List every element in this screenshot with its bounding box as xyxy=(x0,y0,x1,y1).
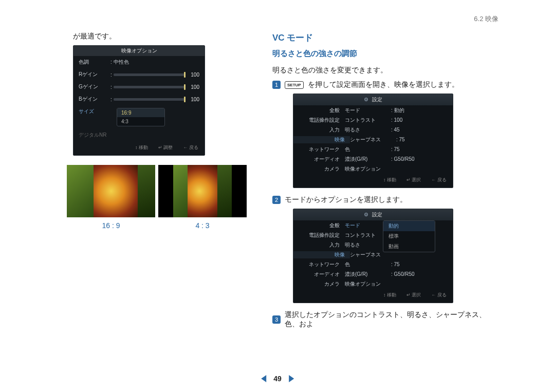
row-dnr: デジタルNR xyxy=(73,129,205,141)
row-size: サイズ 16:9 4:3 xyxy=(73,105,205,129)
side-camera[interactable]: カメラ xyxy=(299,281,345,288)
val-contrast: : 100 xyxy=(391,117,448,123)
osd-a-row-mode: 全般 モード : 動的 xyxy=(293,105,453,115)
mode-popover: 動的 標準 動画 xyxy=(383,220,435,252)
val-color: : 75 xyxy=(391,262,448,267)
mid-contrast: コントラスト xyxy=(345,117,391,124)
osd-a-row-vopt: カメラ 映像オプション xyxy=(293,164,453,174)
mode-opt-standard[interactable]: 標準 xyxy=(383,231,435,241)
slider-track xyxy=(114,86,185,88)
footer-select: ↵ 選択 xyxy=(406,292,421,298)
slider-track xyxy=(114,73,185,76)
step-2-text: モードからオプションを選択します。 xyxy=(285,195,407,204)
mid-mode: モード xyxy=(345,107,391,114)
footer-enter: ↵ 調整 xyxy=(158,144,173,151)
gear-icon: ⚙ xyxy=(364,94,368,105)
side-phone[interactable]: 電話操作設定 xyxy=(299,117,345,124)
val-sharp: : 75 xyxy=(396,137,448,142)
page-nav: 49 xyxy=(261,375,294,383)
sample-169-image xyxy=(67,165,155,217)
side-camera[interactable]: カメラ xyxy=(299,165,345,173)
setup-key-icon: SETUP xyxy=(285,81,304,89)
footer-back: ← 戻る xyxy=(431,177,447,183)
mid-sharp: シャープネス xyxy=(350,136,396,143)
right-column: VC モード 明るさと色の強さの調節 明るさと色の強さを変更できます。 1 SE… xyxy=(272,32,498,332)
osd-a-footer: ↕ 移動 ↵ 選択 ← 戻る xyxy=(293,174,453,188)
mid-gr: 濃淡(G/R) xyxy=(345,156,391,163)
section-header: 6.2 映像 xyxy=(474,14,498,24)
mid-gr: 濃淡(G/R) xyxy=(345,271,391,278)
heading-brightness-color: 明るさと色の強さの調節 xyxy=(272,49,498,59)
mid-color: 色 xyxy=(345,261,391,268)
side-audio[interactable]: オーディオ xyxy=(299,271,345,278)
rgain-slider[interactable]: 100 xyxy=(114,72,199,78)
mode-opt-dynamic[interactable]: 動的 xyxy=(383,221,435,231)
row-ggain: Gゲイン : 100 xyxy=(73,81,205,93)
row-hue-value: : 中性色 xyxy=(110,59,199,66)
osd-settings-a: ⚙ 設定 全般 モード : 動的 電話操作設定 コントラスト : 100 入力 … xyxy=(293,94,453,188)
rgain-value: 100 xyxy=(188,72,199,78)
prev-page-icon[interactable] xyxy=(261,375,266,382)
size-opt-169[interactable]: 16:9 xyxy=(117,108,164,117)
osd-b-row-vopt: カメラ 映像オプション xyxy=(293,279,453,289)
footer-select: ↵ 選択 xyxy=(406,177,421,183)
mid-vopt: 映像オプション xyxy=(345,281,391,288)
osd-settings-b: ⚙ 設定 全般 モード 電話操作設定 コントラスト 入力 明るさ 映像 シャープ… xyxy=(293,209,453,303)
desc-brightness-color: 明るさと色の強さを変更できます。 xyxy=(272,66,498,75)
mode-opt-movie[interactable]: 動画 xyxy=(383,241,435,252)
osd-b-footer: ↕ 移動 ↵ 選択 ← 戻る xyxy=(293,289,453,303)
bgain-value: 100 xyxy=(188,97,199,102)
sample-169: 16 : 9 xyxy=(67,165,155,230)
aspect-samples: 16 : 9 4 : 3 xyxy=(67,165,257,230)
row-bgain-label: Bゲイン xyxy=(79,96,110,103)
side-input[interactable]: 入力 xyxy=(299,241,345,249)
val-gr: : G50/R50 xyxy=(391,271,448,277)
row-rgain: Rゲイン : 100 xyxy=(73,68,205,81)
osd-video-options: 映像オプション 色調 : 中性色 Rゲイン : 100 Gゲイン : 100 B… xyxy=(73,45,205,156)
val-color: : 75 xyxy=(391,146,448,152)
size-dropdown[interactable]: 16:9 4:3 xyxy=(117,108,165,126)
step-bullet-1: 1 xyxy=(272,81,281,89)
side-phone[interactable]: 電話操作設定 xyxy=(299,232,345,239)
side-audio[interactable]: オーディオ xyxy=(299,156,345,163)
row-size-label: サイズ xyxy=(79,108,110,115)
left-intro: が最適です。 xyxy=(67,32,257,41)
heading-vc-mode: VC モード xyxy=(272,32,498,44)
side-input[interactable]: 入力 xyxy=(299,126,345,134)
ggain-value: 100 xyxy=(188,84,199,90)
side-video[interactable]: 映像 xyxy=(293,136,350,143)
sample-43: 4 : 3 xyxy=(158,165,247,230)
row-rgain-label: Rゲイン xyxy=(79,71,110,78)
step-bullet-2: 2 xyxy=(272,196,281,204)
footer-move: ↕ 移動 xyxy=(135,144,148,151)
osd-a-row-sharp: 映像 シャープネス : 75 xyxy=(293,135,453,144)
side-general[interactable]: 全般 xyxy=(299,107,345,114)
step-bullet-3: 3 xyxy=(272,315,281,324)
side-general[interactable]: 全般 xyxy=(299,222,345,229)
osd1-footer: ↕ 移動 ↵ 調整 ← 戻る xyxy=(73,141,205,155)
row-bgain: Bゲイン : 100 xyxy=(73,93,205,105)
side-network[interactable]: ネットワーク xyxy=(299,261,345,268)
next-page-icon[interactable] xyxy=(289,375,294,382)
osd-a-row-contrast: 電話操作設定 コントラスト : 100 xyxy=(293,115,453,125)
row-hue: 色調 : 中性色 xyxy=(73,56,205,68)
footer-back: ← 戻る xyxy=(183,144,198,151)
ggain-slider[interactable]: 100 xyxy=(114,84,199,90)
step-3-text: 選択したオプションのコントラスト、明るさ、シャープネス、色、およ xyxy=(285,310,498,329)
val-gr: : G50/R50 xyxy=(391,156,448,162)
row-hue-label: 色調 xyxy=(79,59,110,66)
footer-move: ↕ 移動 xyxy=(383,177,396,183)
size-opt-43[interactable]: 4:3 xyxy=(117,117,164,126)
val-mode: : 動的 xyxy=(391,107,448,114)
side-network[interactable]: ネットワーク xyxy=(299,146,345,153)
osd-b-title: ⚙ 設定 xyxy=(293,209,453,220)
ratio-43-label: 4 : 3 xyxy=(158,221,247,230)
slider-track xyxy=(114,98,185,101)
row-ggain-label: Gゲイン xyxy=(79,83,110,90)
osd-a-row-color: ネットワーク 色 : 75 xyxy=(293,144,453,154)
left-column: が最適です。 映像オプション 色調 : 中性色 Rゲイン : 100 Gゲイン … xyxy=(67,32,257,230)
side-video[interactable]: 映像 xyxy=(293,251,350,258)
osd-b-row-color: ネットワーク 色 : 75 xyxy=(293,259,453,269)
bgain-slider[interactable]: 100 xyxy=(114,97,199,102)
val-bright: : 45 xyxy=(391,127,448,133)
